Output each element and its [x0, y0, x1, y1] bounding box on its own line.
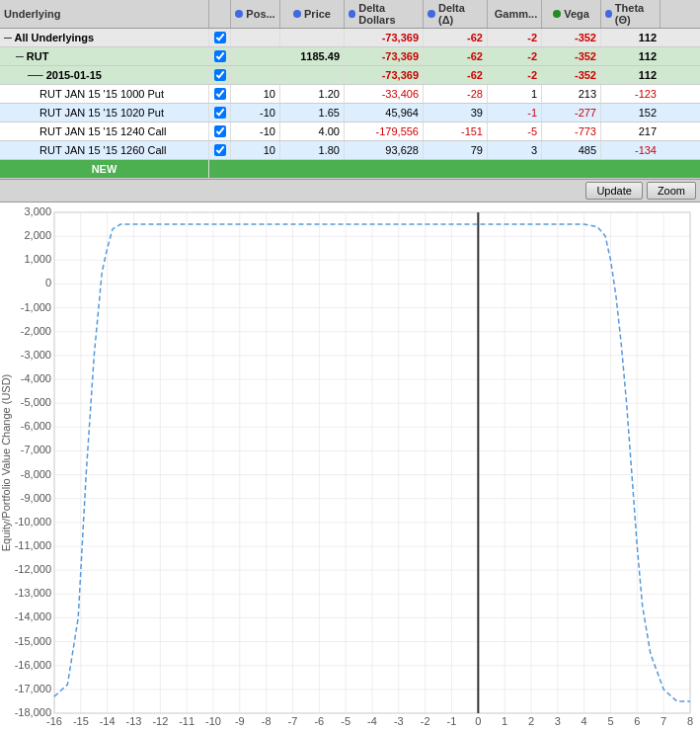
row-delta: 39 [424, 104, 488, 122]
row-delta: -62 [424, 29, 488, 46]
header-delta: Delta (Δ) [424, 0, 488, 28]
row-pos: 10 [231, 141, 280, 159]
row-vega: -352 [542, 66, 601, 84]
svg-text:-2,000: -2,000 [21, 325, 51, 337]
table-header: Underlying Pos... Price Delta Dollars De… [0, 0, 700, 29]
table-row: RUT JAN 15 '15 1000 Put 10 1.20 -33,406 … [0, 85, 700, 104]
svg-text:2,000: 2,000 [24, 229, 51, 241]
header-price: Price [280, 0, 345, 28]
row-gamma: -2 [488, 66, 542, 84]
svg-text:1,000: 1,000 [24, 253, 51, 265]
row-pos: -10 [231, 122, 280, 140]
svg-text:-15,000: -15,000 [15, 635, 51, 647]
svg-text:-6,000: -6,000 [21, 420, 51, 432]
row-price: 1.20 [280, 85, 345, 103]
table-area: Underlying Pos... Price Delta Dollars De… [0, 0, 700, 179]
svg-text:-4,000: -4,000 [21, 372, 51, 384]
row-name: RUT JAN 15 '15 1240 Call [0, 122, 209, 140]
table-row: NEW [0, 160, 700, 179]
row-checkbox[interactable] [209, 141, 231, 159]
row-gamma: 1 [488, 85, 542, 103]
svg-text:-8,000: -8,000 [21, 468, 51, 480]
svg-text:3,000: 3,000 [24, 205, 51, 217]
svg-text:-9,000: -9,000 [21, 492, 51, 504]
row-pos [231, 47, 280, 65]
svg-text:-3: -3 [394, 715, 404, 727]
header-theta: Theta (Θ) [601, 0, 661, 28]
row-checkbox[interactable] [209, 29, 231, 46]
row-pos [231, 66, 280, 84]
header-gamma: Gamm... [488, 0, 542, 28]
svg-text:-12: -12 [152, 715, 168, 727]
svg-text:-1,000: -1,000 [21, 301, 51, 313]
svg-text:-14: -14 [100, 715, 116, 727]
svg-text:6: 6 [634, 715, 640, 727]
row-gamma: -2 [488, 29, 542, 46]
svg-text:-1: -1 [447, 715, 457, 727]
svg-text:-4: -4 [367, 715, 377, 727]
svg-text:Equity/Portfolio Value Change : Equity/Portfolio Value Change (USD) [0, 374, 12, 552]
svg-text:7: 7 [661, 715, 666, 727]
row-gamma: -1 [488, 104, 542, 122]
table-row: RUT JAN 15 '15 1020 Put -10 1.65 45,964 … [0, 104, 700, 122]
table-row: RUT JAN 15 '15 1260 Call 10 1.80 93,628 … [0, 141, 700, 160]
row-name: RUT JAN 15 '15 1260 Call [0, 141, 209, 159]
row-checkbox[interactable] [209, 47, 231, 65]
svg-text:-16,000: -16,000 [15, 659, 51, 671]
svg-text:-8: -8 [262, 715, 272, 727]
table-row: ─ RUT 1185.49 -73,369 -62 -2 -352 112 [0, 47, 700, 66]
svg-text:0: 0 [45, 277, 51, 288]
row-delta-dollars: 45,964 [345, 104, 424, 122]
row-vega: -277 [542, 104, 601, 122]
svg-text:-5: -5 [341, 715, 350, 727]
svg-text:1: 1 [502, 715, 507, 727]
row-vega: -773 [542, 122, 601, 140]
new-row-label[interactable]: NEW [0, 160, 209, 178]
svg-text:5: 5 [607, 715, 613, 727]
row-name: RUT JAN 15 '15 1000 Put [0, 85, 209, 103]
svg-text:-7: -7 [288, 715, 298, 727]
row-delta-dollars: -73,369 [345, 47, 424, 65]
row-checkbox[interactable] [209, 122, 231, 140]
svg-text:8: 8 [687, 715, 693, 727]
row-gamma: -5 [488, 122, 542, 140]
row-name: RUT JAN 15 '15 1020 Put [0, 104, 209, 122]
row-delta: 79 [424, 141, 488, 159]
rows-container: ─ All Underlyings -73,369 -62 -2 -352 11… [0, 29, 700, 179]
row-name: ── 2015-01-15 [0, 66, 209, 84]
svg-text:-9: -9 [235, 715, 245, 727]
row-price: 1.80 [280, 141, 345, 159]
row-checkbox[interactable] [209, 85, 231, 103]
row-delta: -28 [424, 85, 488, 103]
svg-text:2: 2 [528, 715, 534, 727]
row-theta: -123 [601, 85, 661, 103]
svg-text:-17,000: -17,000 [15, 683, 51, 694]
row-checkbox[interactable] [209, 104, 231, 122]
row-delta-dollars: 93,628 [345, 141, 424, 159]
row-pos [231, 29, 280, 46]
row-vega: 485 [542, 141, 601, 159]
row-theta: 112 [601, 47, 661, 65]
row-theta: 112 [601, 29, 661, 46]
svg-text:-15: -15 [73, 715, 89, 727]
update-button[interactable]: Update [585, 182, 642, 200]
row-delta-dollars: -33,406 [345, 85, 424, 103]
row-gamma: -2 [488, 47, 542, 65]
row-delta-dollars: -73,369 [345, 29, 424, 46]
chart-svg: 3,0002,0001,0000-1,000-2,000-3,000-4,000… [0, 203, 700, 731]
svg-text:4: 4 [582, 715, 587, 727]
svg-text:-14,000: -14,000 [15, 610, 51, 622]
svg-text:-2: -2 [421, 715, 430, 727]
svg-text:-13,000: -13,000 [15, 587, 51, 599]
row-theta: 217 [601, 122, 661, 140]
row-delta-dollars: -73,369 [345, 66, 424, 84]
row-pos: -10 [231, 104, 280, 122]
svg-text:-11: -11 [179, 715, 194, 727]
svg-text:-5,000: -5,000 [21, 396, 51, 408]
svg-text:3: 3 [555, 715, 561, 727]
svg-text:-7,000: -7,000 [21, 444, 51, 455]
header-underlying: Underlying [0, 0, 209, 28]
header-cb [209, 0, 231, 28]
zoom-button[interactable]: Zoom [647, 182, 696, 200]
row-checkbox[interactable] [209, 66, 231, 84]
